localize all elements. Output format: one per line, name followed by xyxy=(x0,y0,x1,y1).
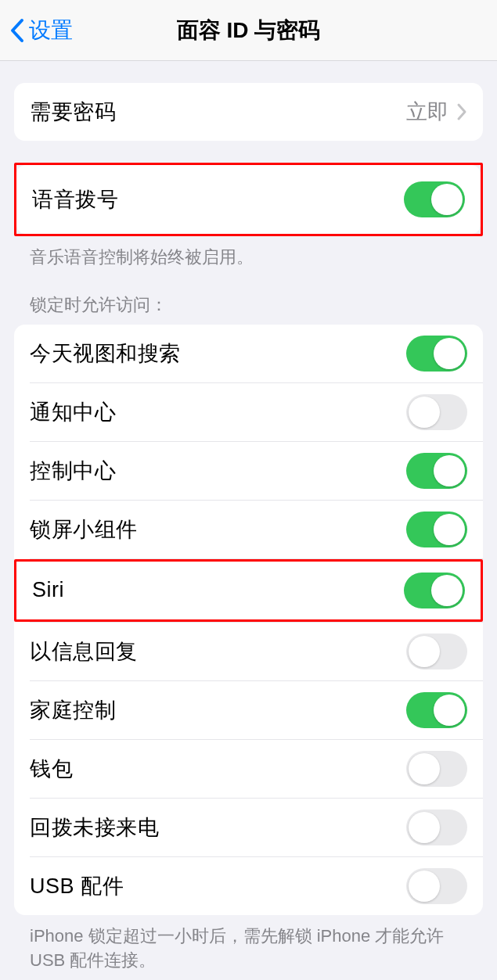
siri-highlight: Siri xyxy=(14,559,483,622)
lock-access-label: 家庭控制 xyxy=(30,696,116,724)
chevron-right-icon xyxy=(456,102,467,121)
lock-access-label: 通知中心 xyxy=(30,398,116,426)
lock-access-label: 锁屏小组件 xyxy=(30,515,138,544)
lock-access-row[interactable]: USB 配件 xyxy=(30,857,483,915)
require-passcode-value: 立即 xyxy=(406,98,448,126)
require-passcode-row[interactable]: 需要密码 立即 xyxy=(14,83,483,141)
lock-access-group: 今天视图和搜索通知中心控制中心锁屏小组件Siri以信息回复家庭控制钱包回拨未接来… xyxy=(14,325,483,915)
lock-access-toggle[interactable] xyxy=(406,336,467,372)
lock-access-label: Siri xyxy=(32,578,64,602)
page-title: 面容 ID 与密码 xyxy=(0,16,497,45)
lock-access-label: 回拨未接来电 xyxy=(30,813,159,842)
voice-dial-group: 语音拨号 xyxy=(16,165,481,234)
back-label: 设置 xyxy=(29,16,73,45)
back-button[interactable]: 设置 xyxy=(0,16,73,45)
lock-access-toggle[interactable] xyxy=(406,512,467,547)
lock-access-label: 今天视图和搜索 xyxy=(30,339,181,368)
lock-access-row[interactable]: 通知中心 xyxy=(30,383,483,441)
voice-dial-footer: 音乐语音控制将始终被启用。 xyxy=(14,236,483,270)
voice-dial-toggle[interactable] xyxy=(404,181,465,217)
lock-access-row[interactable]: 钱包 xyxy=(30,740,483,798)
lock-access-header: 锁定时允许访问： xyxy=(14,270,483,325)
lock-access-row[interactable]: 锁屏小组件 xyxy=(30,501,483,558)
lock-access-label: 控制中心 xyxy=(30,457,116,485)
voice-dial-highlight: 语音拨号 xyxy=(14,163,483,236)
lock-access-label: 以信息回复 xyxy=(30,637,138,666)
lock-access-toggle[interactable] xyxy=(406,751,467,787)
require-passcode-label: 需要密码 xyxy=(30,98,116,126)
lock-access-row[interactable]: 今天视图和搜索 xyxy=(14,325,483,382)
lock-access-row[interactable]: 家庭控制 xyxy=(30,681,483,739)
lock-access-toggle[interactable] xyxy=(406,809,467,845)
lock-access-toggle[interactable] xyxy=(406,868,467,904)
lock-access-label: USB 配件 xyxy=(30,872,124,900)
lock-access-footer: iPhone 锁定超过一小时后，需先解锁 iPhone 才能允许USB 配件连接… xyxy=(14,915,483,973)
lock-access-toggle[interactable] xyxy=(406,634,467,669)
lock-access-row[interactable]: Siri xyxy=(16,562,481,619)
lock-access-toggle[interactable] xyxy=(404,573,465,608)
lock-access-toggle[interactable] xyxy=(406,394,467,430)
lock-access-toggle[interactable] xyxy=(406,453,467,489)
lock-access-label: 钱包 xyxy=(30,755,73,783)
require-passcode-group: 需要密码 立即 xyxy=(14,83,483,141)
voice-dial-label: 语音拨号 xyxy=(32,185,118,214)
chevron-left-icon xyxy=(9,18,24,43)
lock-access-row[interactable]: 以信息回复 xyxy=(30,623,483,680)
voice-dial-row[interactable]: 语音拨号 xyxy=(16,165,481,234)
lock-access-row[interactable]: 控制中心 xyxy=(30,442,483,500)
lock-access-row[interactable]: 回拨未接来电 xyxy=(30,799,483,856)
navbar: 设置 面容 ID 与密码 xyxy=(0,0,497,61)
lock-access-toggle[interactable] xyxy=(406,692,467,728)
